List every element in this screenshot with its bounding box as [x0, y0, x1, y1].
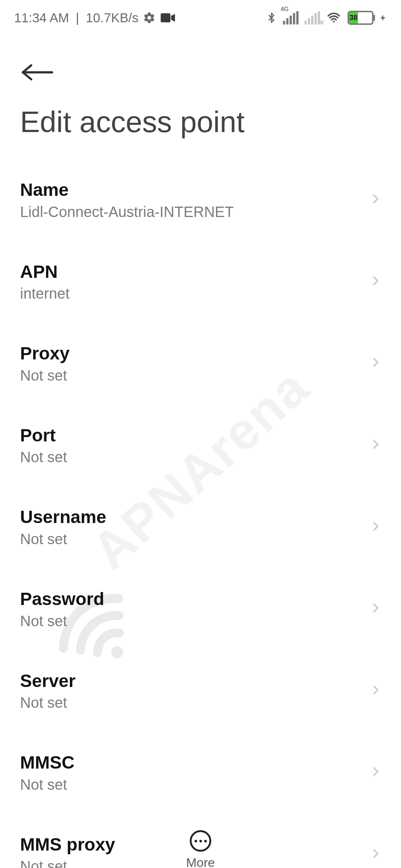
row-label: Password: [20, 588, 361, 610]
gear-icon: [143, 11, 156, 24]
row-value: Not set: [20, 776, 361, 793]
row-label: Proxy: [20, 343, 361, 364]
row-value: Not set: [20, 367, 361, 384]
signal-sim2: ✕: [304, 11, 320, 24]
row-value: Not set: [20, 694, 361, 711]
row-value: Not set: [20, 449, 361, 466]
page-title: Edit access point: [0, 95, 401, 164]
row-proxy[interactable]: Proxy Not set: [20, 328, 381, 402]
chevron-right-icon: [370, 682, 381, 700]
row-server[interactable]: Server Not set: [20, 655, 381, 730]
row-label: Name: [20, 179, 361, 201]
row-apn[interactable]: APN internet: [20, 246, 381, 321]
svg-point-2: [333, 21, 335, 23]
signal-net-label: 4G: [281, 6, 288, 13]
chevron-right-icon: [370, 273, 381, 290]
status-network-speed: 10.7KB/s: [86, 10, 138, 25]
chevron-right-icon: [370, 436, 381, 454]
chevron-right-icon: [370, 191, 381, 208]
bluetooth-icon: [266, 10, 277, 25]
row-port[interactable]: Port Not set: [20, 410, 381, 484]
arrow-left-icon: [20, 61, 53, 83]
more-label: More: [186, 855, 215, 868]
row-label: MMSC: [20, 752, 361, 773]
row-password[interactable]: Password Not set: [20, 573, 381, 648]
chevron-right-icon: [370, 600, 381, 618]
row-value: Not set: [20, 531, 361, 548]
signal-no-sim-icon: ✕: [319, 19, 325, 27]
camera-icon: [160, 12, 176, 23]
row-value: Not set: [20, 613, 361, 629]
signal-sim1: 4G: [283, 11, 299, 24]
settings-list: Name Lidl-Connect-Austria-INTERNET APN i…: [0, 164, 401, 868]
row-label: APN: [20, 261, 361, 283]
chevron-right-icon: [370, 763, 381, 781]
back-button[interactable]: [20, 57, 61, 87]
more-icon: [190, 830, 211, 852]
row-value: internet: [20, 285, 361, 302]
chevron-right-icon: [370, 354, 381, 372]
chevron-right-icon: [370, 518, 381, 536]
status-time: 11:34 AM: [14, 10, 69, 25]
svg-rect-1: [161, 13, 170, 22]
row-username[interactable]: Username Not set: [20, 491, 381, 566]
status-bar: 11:34 AM | 10.7KB/s 4G ✕ 38: [0, 0, 401, 35]
row-name[interactable]: Name Lidl-Connect-Austria-INTERNET: [20, 164, 381, 239]
row-label: Server: [20, 670, 361, 692]
charging-icon: [379, 11, 387, 25]
row-label: Port: [20, 425, 361, 446]
battery-indicator: 38: [348, 11, 374, 25]
battery-percent: 38: [349, 12, 358, 23]
status-separator: |: [76, 10, 79, 25]
wifi-icon: [326, 11, 342, 24]
row-mmsc[interactable]: MMSC Not set: [20, 737, 381, 812]
row-label: Username: [20, 506, 361, 528]
row-value: Lidl-Connect-Austria-INTERNET: [20, 204, 361, 220]
more-button[interactable]: More: [0, 830, 401, 868]
